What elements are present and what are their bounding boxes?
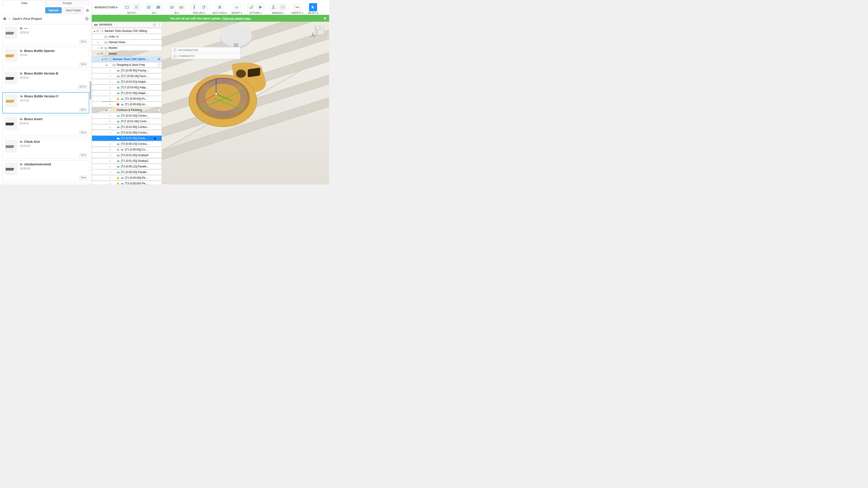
tree-units[interactable]: Units: in xyxy=(92,34,162,39)
tree-operation[interactable]: ▷ [T1 (0:01:39)] Adapti… xyxy=(92,90,162,96)
visibility-icon[interactable] xyxy=(96,29,99,33)
expand-arrow-icon[interactable]: ▷ xyxy=(109,126,112,128)
tree-root[interactable]: ◢ Bantam Tools Desktop CNC Milling… xyxy=(92,28,162,34)
file-card[interactable]: Brass Bottle Version B 3/14/19 V17 ▾ xyxy=(2,70,89,90)
tree-setup-active[interactable]: ◢ Bantam Tools CNC Delrin … xyxy=(92,57,162,62)
tree-operation[interactable]: ▷ ! [T1 (0:00:00)] Cc… xyxy=(92,147,162,152)
file-list[interactable]: — 3/25/19 V2 ▾ Brass Bottle Opener 3/7/1… xyxy=(0,23,92,184)
tree-operation[interactable]: ▷ [T17 (0:01:44)] Contc… xyxy=(92,119,162,124)
tree-folder-contours[interactable]: ◢ 📁 Contours & Finishing xyxy=(92,107,162,113)
new-setup-button[interactable] xyxy=(123,3,131,11)
version-badge[interactable]: V5 ▾ xyxy=(79,62,87,66)
version-badge[interactable]: V17 ▾ xyxy=(78,85,87,89)
expand-arrow-icon[interactable]: ◢ xyxy=(105,64,107,66)
scrollbar[interactable] xyxy=(90,81,91,99)
file-card[interactable]: Brass Bottle Opener 3/7/19 V5 ▾ xyxy=(2,47,89,68)
tree-operation[interactable]: ▷ [T3 (0:00:23)] Contou… xyxy=(92,141,162,147)
file-card[interactable]: clockarmversion2 10/28/18 V4 ▾ xyxy=(2,160,89,181)
expand-arrow-icon[interactable]: ▷ xyxy=(109,92,112,94)
inspect-label[interactable]: INSPECT ▾ xyxy=(291,12,303,14)
version-badge[interactable]: V2 ▾ xyxy=(79,108,87,111)
expand-arrow-icon[interactable]: ▷ xyxy=(109,120,112,123)
expand-arrow-icon[interactable]: ▷ xyxy=(109,165,112,168)
collapse-icon[interactable]: ● xyxy=(153,23,156,26)
expand-arrow-icon[interactable]: ◢ xyxy=(105,109,107,111)
expand-arrow-icon[interactable]: ▷ xyxy=(109,177,112,179)
drill-button[interactable] xyxy=(190,3,198,11)
tree-operation[interactable]: ▷ [T17 (0:06:19)] Facin… xyxy=(92,73,162,79)
expand-arrow-icon[interactable]: ▷ xyxy=(109,182,112,184)
actions-label[interactable]: ACTIONS ▾ xyxy=(250,12,261,14)
2d-op2-button[interactable] xyxy=(155,3,163,11)
expand-arrow-icon[interactable]: ▷ xyxy=(109,149,112,151)
expand-arrow-icon[interactable]: ▷ xyxy=(109,103,112,105)
tree-operation[interactable]: ▷ ! [T1 (0:00:00)] Ac… xyxy=(92,102,162,107)
file-card[interactable]: Clock Arm 10/15/18 V2 ▾ xyxy=(2,138,89,159)
3d-op2-button[interactable] xyxy=(177,3,185,11)
select-label[interactable]: SELECT ▾ xyxy=(308,12,318,14)
expand-arrow-icon[interactable]: ◢ xyxy=(101,58,103,60)
workspace-switcher[interactable]: MANUFACTURE ▾ xyxy=(92,0,121,15)
modify-button[interactable] xyxy=(232,3,241,11)
tree-operation[interactable]: ▷ ! [T2 (0:00:00)] Pc… xyxy=(92,96,162,101)
tree-folder-roughing[interactable]: ◢ Roughing & Stock Prep xyxy=(92,62,162,68)
expand-arrow-icon[interactable]: ▷ xyxy=(109,86,112,89)
drilling-label[interactable]: DRILLING ▾ xyxy=(193,12,205,14)
tree-operation[interactable]: ▷ [T2 (0:03:52)] Adapti… xyxy=(92,79,162,85)
expand-arrow-icon[interactable]: ▷ xyxy=(109,75,112,77)
2d-op1-button[interactable] xyxy=(145,3,153,11)
tree-operation[interactable]: ▷ [T1 (0:05:53)] Paralle… xyxy=(92,169,162,175)
file-card[interactable]: Brass Insert 6/24/19 V2 ▾ xyxy=(2,115,89,136)
expand-arrow-icon[interactable]: ▷ xyxy=(109,115,112,117)
multiaxis-label[interactable]: MULTI-AXIS ▾ xyxy=(213,12,227,14)
multiaxis-button[interactable] xyxy=(216,3,224,11)
upload-button[interactable]: Upload xyxy=(45,7,61,13)
tree-operation[interactable]: ▷ [T2 (0:09:30)] Facing … xyxy=(92,68,162,73)
tool-library-button[interactable] xyxy=(269,3,277,11)
expand-arrow-icon[interactable]: ▷ xyxy=(109,154,112,156)
measure-button[interactable] xyxy=(293,3,301,11)
active-radio[interactable] xyxy=(158,58,160,61)
file-card[interactable]: Brass Bottle Version C 3/27/19 V2 ▾ xyxy=(2,92,89,113)
active-radio[interactable] xyxy=(158,64,160,66)
rewind-icon[interactable]: ◀◀ xyxy=(94,24,97,26)
tree-operation[interactable]: ▷ [T1 (0:01:25)] Scallop2 xyxy=(92,158,162,164)
expand-arrow-icon[interactable]: ▷ xyxy=(109,143,112,145)
3d-op1-button[interactable] xyxy=(168,3,176,11)
expand-arrow-icon[interactable]: ▷ xyxy=(109,98,112,100)
tree-operation[interactable]: ▷ [T1 (0:01:39)] Conto… xyxy=(92,135,162,141)
nc-program-button[interactable]: G xyxy=(132,3,141,11)
3d-label[interactable]: 3D ▾ xyxy=(174,12,179,14)
visibility-icon[interactable] xyxy=(104,58,107,61)
gear-icon[interactable] xyxy=(85,8,89,12)
tree-setups[interactable]: ◢ 📁 Setups xyxy=(92,51,162,56)
tree-named-views[interactable]: ▷ Named Views xyxy=(92,39,162,45)
info-expand[interactable]: + INFORMATION xyxy=(172,47,240,53)
version-badge[interactable]: V2 ▾ xyxy=(79,131,87,134)
select-button[interactable] xyxy=(309,3,317,11)
visibility-icon[interactable] xyxy=(100,52,103,55)
banner-close-icon[interactable]: ✕ xyxy=(323,16,327,21)
expand-arrow-icon[interactable]: ▷ xyxy=(97,41,99,43)
tree-operation[interactable]: ▷ [T3 (0:01:43)] Scallop4 xyxy=(92,153,162,158)
new-folder-button[interactable]: New Folder xyxy=(64,7,84,13)
tree-operation[interactable]: ▷ ! [T3 (0:00:00)] Pe… xyxy=(92,181,162,184)
hole-button[interactable] xyxy=(199,3,208,11)
comments-expand[interactable]: + COMMENTS xyxy=(172,53,240,59)
tab-people[interactable]: People xyxy=(46,0,89,6)
expand-arrow-icon[interactable]: ▷ xyxy=(109,80,112,83)
setup-label[interactable]: SETUP ▾ xyxy=(127,12,136,14)
simulate-button[interactable] xyxy=(256,3,265,11)
banner-link[interactable]: Find out what's new. xyxy=(222,17,251,20)
expand-arrow-icon[interactable]: ▷ xyxy=(97,47,99,49)
modify-label[interactable]: MODIFY ▾ xyxy=(231,12,242,14)
tree-operation[interactable]: ▷ ! [T1 (0:00:00)] Pe… xyxy=(92,175,162,181)
globe-icon[interactable] xyxy=(85,17,89,21)
tab-data[interactable]: Data xyxy=(3,0,46,6)
tree-operation[interactable]: ▷ [T1 (0:01:08)] Contou… xyxy=(92,124,162,130)
drag-handle-icon[interactable] xyxy=(159,23,160,26)
manage-label[interactable]: MANAGE ▾ xyxy=(272,12,284,14)
viewcube[interactable]: TOP xyxy=(311,23,327,39)
tree-operation[interactable]: ▷ [T2 (0:01:43)] Contou… xyxy=(92,113,162,119)
tree-operation[interactable]: ▷ [T3 (0:01:36)] Contou… xyxy=(92,130,162,135)
